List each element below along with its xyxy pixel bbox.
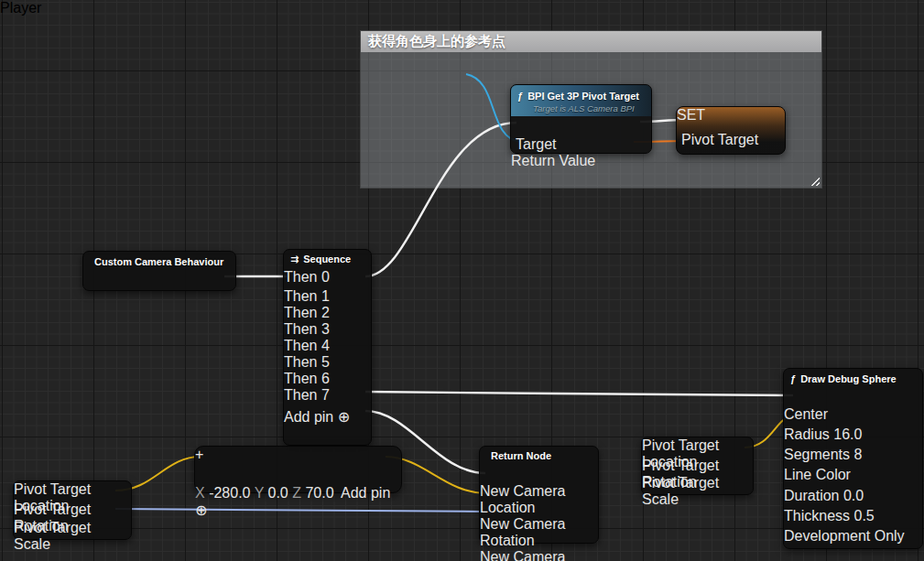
node-custom-camera-behaviour[interactable]: Custom Camera Behaviour: [82, 251, 236, 291]
radius-field[interactable]: 16.0: [833, 426, 862, 442]
set-pivot-target-label: Pivot Target: [681, 132, 758, 148]
duration-field[interactable]: 0.0: [843, 488, 864, 503]
z-label: Z: [292, 485, 301, 501]
node-return[interactable]: Return Node New Camera Location New Came…: [479, 446, 599, 544]
blueprint-graph: 获得角色身上的参考点 Player ƒ BPI Get 3P Pivot Tar…: [0, 0, 924, 561]
comment-resize-handle[interactable]: [810, 176, 820, 186]
sequence-add-pin-label: Add pin: [284, 409, 333, 425]
sequence-icon: ⇉: [290, 254, 299, 265]
radius-label: Radius: [784, 426, 830, 442]
bpi-node-title: BPI Get 3P Pivot Target: [527, 91, 639, 102]
node-player-get[interactable]: Player: [0, 0, 89, 16]
sequence-add-pin-icon[interactable]: ⊕: [338, 409, 350, 425]
center-label: Center: [784, 406, 828, 422]
then-7-label: Then 7: [284, 387, 330, 403]
development-only-label: Development Only: [784, 528, 905, 544]
segments-label: Segments: [784, 447, 850, 462]
bpi-target-label: Target: [516, 136, 556, 153]
bpi-return-value-label: Return Value: [511, 153, 595, 169]
node-vector-add[interactable]: + X -280.0 Y 0.0 Z 70.0 Add pin ⊕: [194, 446, 402, 493]
vector-add-pin-label: Add pin: [341, 485, 390, 501]
function-icon: ƒ: [517, 91, 523, 102]
x-label: X: [195, 485, 205, 501]
then-1-label: Then 1: [284, 288, 330, 304]
then-2-label: Then 2: [284, 305, 330, 320]
node-sequence[interactable]: ⇉ Sequence Then 0 Then 1 Then 2 Then 3 T…: [283, 249, 372, 446]
player-label: Player: [0, 0, 41, 16]
z-value-field[interactable]: 70.0: [305, 485, 333, 501]
node-bpi-get-3p-pivot-target[interactable]: ƒ BPI Get 3P Pivot Target Target is ALS …: [510, 84, 652, 154]
x-value-field[interactable]: -280.0: [209, 485, 250, 501]
node-pivot-target-get-left[interactable]: Pivot Target Location Pivot Target Rotat…: [13, 480, 132, 540]
then-5-label: Then 5: [284, 354, 330, 370]
thickness-field[interactable]: 0.5: [853, 508, 874, 523]
y-label: Y: [255, 485, 264, 501]
comment-title: 获得角色身上的参考点: [368, 33, 505, 50]
segments-field[interactable]: 8: [854, 447, 863, 462]
add-operator-glyph: +: [195, 447, 203, 462]
node-set-pivot-target[interactable]: SET Pivot Target: [676, 106, 786, 155]
sequence-title: Sequence: [303, 254, 351, 264]
pivot-right-scale-label: Pivot Target Scale: [642, 475, 719, 507]
function-icon: ƒ: [790, 373, 796, 384]
new-camera-location-label: New Camera Location: [480, 483, 565, 515]
set-node-title: SET: [677, 107, 705, 123]
new-camera-fov-label: New Camera FOV: [480, 549, 565, 561]
node-draw-debug-sphere[interactable]: ƒ Draw Debug Sphere Center Radius 16.0 S…: [783, 368, 923, 549]
new-camera-rotation-label: New Camera Rotation: [480, 516, 565, 548]
then-3-label: Then 3: [284, 321, 330, 337]
bpi-node-subtitle: Target is ALS Camera BPI: [533, 103, 645, 113]
duration-label: Duration: [784, 488, 839, 503]
y-value-field[interactable]: 0.0: [268, 485, 288, 501]
then-0-label: Then 0: [284, 269, 330, 286]
pivot-left-scale-label: Pivot Target Scale: [14, 520, 91, 552]
line-color-label: Line Color: [784, 467, 851, 482]
then-4-label: Then 4: [284, 338, 330, 353]
custom-camera-title: Custom Camera Behaviour: [94, 256, 223, 267]
development-only-banner: Development Only: [784, 528, 922, 545]
return-node-title: Return Node: [491, 450, 551, 461]
vector-add-pin-icon[interactable]: ⊕: [195, 502, 207, 518]
comment-header[interactable]: 获得角色身上的参考点: [361, 31, 821, 52]
then-6-label: Then 6: [284, 371, 330, 386]
draw-debug-title: Draw Debug Sphere: [800, 373, 897, 384]
thickness-label: Thickness: [784, 508, 850, 523]
node-pivot-target-get-right[interactable]: Pivot Target Location Pivot Target Rotat…: [641, 437, 754, 495]
